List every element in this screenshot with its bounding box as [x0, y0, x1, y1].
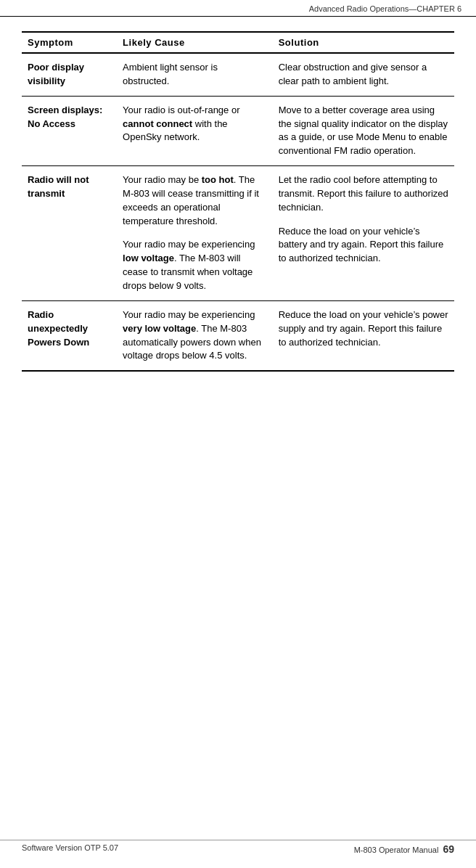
solution-cell: Move to a better coverage area using the… — [273, 96, 454, 165]
table-row: Poor display visibilityAmbient light sen… — [22, 53, 454, 96]
cause-text: Your radio is out-of-range or cannot con… — [123, 104, 267, 145]
cause-cell: Your radio may be too hot. The M-803 wil… — [117, 166, 273, 301]
symptom-cell: Radio will not transmit — [22, 166, 117, 301]
cause-text: Your radio may be experiencing very low … — [123, 308, 267, 363]
header-text: Advanced Radio Operations—CHAPTER 6 — [309, 4, 461, 13]
cause-text: Your radio may be too hot. The M-803 wil… — [123, 173, 267, 228]
cause-text: Your radio may be experiencing low volta… — [123, 238, 267, 292]
col-header-symptom: Symptom — [22, 32, 117, 53]
footer-software-version: Software Version OTP 5.07 — [22, 843, 118, 855]
symptom-cell: Radio unexpectedly Powers Down — [22, 300, 117, 371]
solution-text: Let the radio cool before attempting to … — [279, 173, 448, 215]
col-header-cause: Likely Cause — [117, 32, 273, 53]
table-row: Screen displays:No AccessYour radio is o… — [22, 96, 454, 165]
table-header-row: Symptom Likely Cause Solution — [22, 32, 454, 53]
solution-text: Reduce the load on your vehicle’s power … — [279, 308, 448, 350]
cause-text: Ambient light sensor is obstructed. — [123, 61, 267, 89]
solution-text: Reduce the load on your vehicle’s batter… — [279, 225, 448, 266]
table-row: Radio unexpectedly Powers DownYour radio… — [22, 300, 454, 371]
symptom-cell: Poor display visibility — [22, 53, 117, 96]
footer-right: M-803 Operator Manual 69 — [354, 843, 454, 855]
page-header: Advanced Radio Operations—CHAPTER 6 — [0, 0, 476, 17]
solution-text: Clear obstruction and give sensor a clea… — [279, 61, 448, 89]
page-number: 69 — [443, 843, 454, 855]
page-footer: Software Version OTP 5.07 M-803 Operator… — [0, 840, 476, 855]
cause-cell: Ambient light sensor is obstructed. — [117, 53, 273, 96]
cause-cell: Your radio may be experiencing very low … — [117, 300, 273, 371]
main-content: Symptom Likely Cause Solution Poor displ… — [0, 17, 476, 386]
solution-cell: Clear obstruction and give sensor a clea… — [273, 53, 454, 96]
solution-text: Move to a better coverage area using the… — [279, 104, 448, 158]
symptom-cell: Screen displays:No Access — [22, 96, 117, 165]
table-row: Radio will not transmitYour radio may be… — [22, 166, 454, 301]
solution-cell: Let the radio cool before attempting to … — [273, 166, 454, 301]
troubleshooting-table: Symptom Likely Cause Solution Poor displ… — [22, 31, 454, 372]
cause-cell: Your radio is out-of-range or cannot con… — [117, 96, 273, 165]
footer-manual-name: M-803 Operator Manual — [354, 846, 439, 854]
col-header-solution: Solution — [273, 32, 454, 53]
solution-cell: Reduce the load on your vehicle’s power … — [273, 300, 454, 371]
